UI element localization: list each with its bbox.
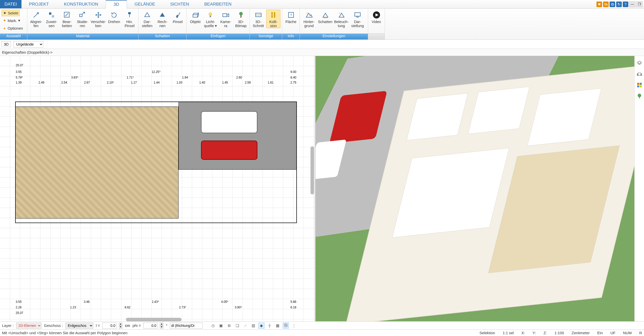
clock-icon[interactable]: ◷	[210, 323, 216, 329]
capture-icon[interactable]: ▣	[218, 323, 224, 329]
l-input[interactable]	[102, 323, 117, 329]
floor-select[interactable]: Erdgeschos	[65, 323, 93, 329]
ribbon-btn-kollision[interactable]: Kolli- sion	[266, 10, 280, 28]
ribbon-btn-zuweisen[interactable]: Zuwei- sen	[44, 10, 59, 28]
menu-bearbeiten[interactable]: BEARBEITEN	[197, 0, 239, 8]
phi-down[interactable]: ▼	[160, 326, 163, 329]
ribbon-btn-hintergrund[interactable]: Hinter- grund	[301, 10, 317, 28]
property-bar[interactable]: Eigenschaften (Doppelklick)->	[0, 49, 644, 56]
ribbon-btn-video[interactable]: Video	[370, 10, 383, 24]
ribbon-btn-rechnen[interactable]: Rech- nen	[155, 10, 169, 28]
sub-toolbar: 3D Urgelände	[0, 40, 644, 49]
auswahl-optionen[interactable]: + Optionen	[2, 25, 24, 31]
ribbon-btn-skalieren-label: Skalie- ren	[77, 20, 88, 28]
svg-rect-1	[49, 12, 51, 15]
status-r: R	[639, 331, 642, 335]
layers-icon[interactable]	[636, 60, 643, 66]
ribbon-btn-verschieben[interactable]: Verschie- ben	[91, 10, 106, 28]
hinpinsel-icon	[125, 11, 134, 19]
menu-file[interactable]: DATEI	[0, 0, 21, 8]
ribbon-caption-material: Material	[27, 33, 138, 39]
view-3d[interactable]	[316, 56, 644, 322]
layer-select[interactable]: 2D-Elemen	[16, 323, 41, 329]
ribbon-btn-hinpinsel-label: Hin. Pinsel	[125, 20, 135, 28]
status-z: Z:	[544, 331, 547, 335]
dim: 12.25⁵	[151, 70, 161, 74]
l-down[interactable]: ▼	[119, 326, 122, 329]
ribbon-btn-skalieren[interactable]: Skalie- ren	[75, 10, 90, 28]
pinsel-icon	[173, 11, 182, 19]
ribbon-btn-hinpinsel[interactable]: Hin. Pinsel	[122, 10, 137, 28]
n-icon[interactable]: Ⓝ	[283, 323, 289, 329]
hatch-icon[interactable]: ▨	[250, 323, 256, 329]
angle-icon[interactable]: ⟋	[242, 323, 248, 329]
diamond-icon[interactable]: ◆	[258, 323, 264, 329]
tool-icon-2[interactable]: 🛍	[603, 2, 609, 7]
ribbon-btn-drehen[interactable]: Drehen	[107, 10, 121, 24]
stack-icon[interactable]: ❏	[234, 323, 240, 329]
ribbon-btn-bearbeiten[interactable]: Bear- beiten	[60, 10, 74, 28]
ribbon-btn-schnitt-label: 3D- Schnitt	[253, 20, 264, 28]
ribbon-btn-bearbeiten-label: Bear- beiten	[62, 20, 72, 28]
menu-gelaende[interactable]: GELÄNDE	[127, 0, 163, 8]
workspace: 25.07 3.5512.25⁵9.00 5.78⁵3.83⁵1.71⁵1.94…	[0, 56, 644, 322]
menu-konstruktion[interactable]: KONSTRUKTION	[56, 0, 106, 8]
ribbon-btn-darstellung[interactable]: Dar- stellung	[350, 10, 365, 28]
phi-input[interactable]	[143, 323, 158, 329]
ribbon-btn-kamera[interactable]: Kame- ra	[219, 10, 233, 28]
grid-icon[interactable]: ▦	[275, 323, 281, 329]
scrollbar-vertical[interactable]	[310, 146, 314, 194]
axes-icon[interactable]: ┼	[267, 323, 273, 329]
tool-icon-4[interactable]: ↻	[616, 2, 622, 7]
auswahl-mark[interactable]: ✦ Mark. ▾	[2, 17, 21, 24]
menu-projekt[interactable]: PROJEKT	[21, 0, 56, 8]
ribbon-btn-flaeche[interactable]: ? Fläche	[284, 10, 298, 24]
objekt-icon	[191, 11, 199, 19]
status-x: X:	[521, 331, 525, 335]
ribbon-btn-video-label: Video	[372, 20, 381, 24]
window-minimize[interactable]: —	[629, 2, 635, 7]
scrollbar-horizontal[interactable]	[126, 318, 182, 321]
mark-icon: ✦	[3, 18, 7, 23]
ribbon-btn-pinsel[interactable]: Pinsel	[171, 10, 185, 24]
terrain-select[interactable]: Urgelände	[13, 41, 43, 48]
svg-rect-20	[357, 16, 358, 17]
auswahl-optionen-label: Optionen	[8, 26, 23, 30]
ribbon-btn-schattenE[interactable]: Schatten	[318, 10, 333, 24]
l-up[interactable]: ▲	[119, 323, 122, 326]
ribbon-btn-bitmap[interactable]: 3D- Bitmap	[234, 10, 248, 28]
svg-point-0	[37, 12, 39, 14]
menu-3d[interactable]: 3D	[106, 0, 127, 9]
view-2d[interactable]: 25.07 3.5512.25⁵9.00 5.78⁵3.83⁵1.71⁵1.94…	[0, 56, 316, 322]
ribbon-btn-abgreifen[interactable]: Abgrei- fen	[29, 10, 43, 28]
auswahl-selekt[interactable]: ➤ Selekt	[2, 10, 20, 16]
window-restore[interactable]: ❐	[636, 2, 642, 7]
ribbon-btn-darstellen[interactable]: Dar- stellen	[140, 10, 154, 28]
dim: 1.71⁵	[126, 76, 134, 79]
menu-sichten[interactable]: SICHTEN	[163, 0, 197, 8]
svg-point-16	[306, 12, 308, 14]
bitmap-icon	[237, 11, 245, 19]
dl-input[interactable]	[170, 323, 203, 329]
svg-text:?: ?	[290, 13, 292, 17]
ribbon-btn-schnitt[interactable]: 3D- Schnitt	[251, 10, 265, 28]
tool-icon-3[interactable]: ⧉	[610, 2, 615, 7]
phi-up[interactable]: ▲	[160, 323, 163, 326]
more-icon[interactable]: ⋮	[291, 323, 297, 329]
palette-icon[interactable]	[636, 82, 643, 88]
svg-rect-11	[240, 15, 241, 18]
ribbon-btn-beleuchtung[interactable]: Beleuch- tung	[334, 10, 349, 28]
ribbon-btn-rechnen-label: Rech- nen	[158, 20, 167, 28]
dim: 1.94	[182, 76, 188, 79]
dim: 1.40	[199, 81, 206, 84]
tool-icon-1[interactable]: ✖	[596, 2, 602, 7]
overlap-icon[interactable]: ⧉	[226, 323, 232, 329]
help-icon[interactable]: ?	[623, 2, 628, 7]
ribbon-caption-schatten: Schatten	[139, 33, 186, 39]
furniture-icon[interactable]	[636, 71, 643, 77]
ribbon-btn-objekt[interactable]: Objekt	[188, 10, 202, 24]
svg-rect-5	[128, 12, 131, 14]
tree-icon[interactable]	[636, 93, 643, 100]
ribbon-btn-licht-label: Licht- quelle ▾	[204, 20, 217, 28]
ribbon-btn-licht[interactable]: Licht- quelle ▾	[203, 10, 217, 28]
